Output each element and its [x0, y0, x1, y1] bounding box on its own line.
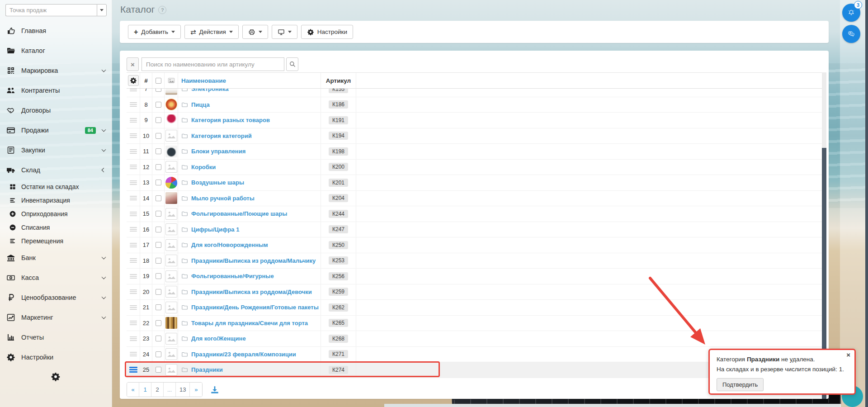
page-scrollbar[interactable]: [865, 0, 868, 407]
category-link[interactable]: Праздники/Выписка из роддома/Мальчику: [191, 257, 316, 264]
category-link[interactable]: Праздники/День Рождения/Готовые пакеты: [191, 304, 319, 311]
drag-handle-icon[interactable]: [130, 165, 137, 169]
page-button[interactable]: «: [127, 383, 139, 397]
sidebar-item-каталог[interactable]: Каталог: [0, 41, 112, 61]
sidebar-item-маркетинг[interactable]: Маркетинг: [0, 308, 112, 327]
category-link[interactable]: Праздники/23 февраля/Композиции: [191, 351, 296, 358]
row-checkbox[interactable]: [156, 102, 161, 108]
row-checkbox[interactable]: [156, 117, 161, 123]
table-row[interactable]: 17 Для кого/Новорожденным К250: [127, 237, 822, 253]
sidebar-item-инвентаризация[interactable]: Инвентаризация: [0, 194, 112, 207]
drag-handle-icon[interactable]: [130, 305, 137, 310]
category-link[interactable]: Праздники/Выписка из роддома/Девочки: [191, 289, 312, 295]
page-button[interactable]: 1: [139, 383, 151, 397]
category-link[interactable]: Воздушные шары: [191, 179, 244, 186]
row-checkbox[interactable]: [156, 289, 161, 295]
table-row[interactable]: 19 Фольгированные/Фигурные К256: [127, 269, 822, 284]
close-icon[interactable]: ×: [846, 351, 850, 359]
category-link[interactable]: Для кого/Новорожденным: [191, 241, 268, 248]
sidebar-item-склад[interactable]: Склад: [0, 160, 112, 180]
drag-handle-icon[interactable]: [130, 321, 137, 325]
row-checkbox[interactable]: [156, 242, 161, 248]
table-row[interactable]: 18 Праздники/Выписка из роддома/Мальчику…: [127, 253, 822, 269]
table-row[interactable]: 22 Товары для праздника/Свечи для торта …: [127, 316, 822, 331]
settings-button[interactable]: Настройки: [301, 25, 353, 39]
drag-handle-icon[interactable]: [130, 149, 137, 154]
table-row[interactable]: 23 Для кого/Женщине К268: [127, 331, 822, 347]
drag-handle-icon[interactable]: [130, 274, 137, 279]
drag-handle-icon[interactable]: [129, 367, 137, 373]
sidebar-item-закупки[interactable]: Закупки: [0, 140, 112, 160]
category-link[interactable]: Категория разных товаров: [191, 117, 270, 123]
page-button[interactable]: ...: [164, 383, 176, 397]
row-checkbox[interactable]: [156, 148, 161, 154]
drag-handle-icon[interactable]: [130, 212, 137, 216]
table-row[interactable]: 15 Фольгированные/Поющие шары К244: [127, 206, 822, 222]
download-icon[interactable]: [210, 385, 220, 395]
table-row[interactable]: 12 Коробки К200: [127, 160, 822, 175]
row-checkbox[interactable]: [156, 258, 161, 264]
sidebar-item-оприходования[interactable]: Оприходования: [0, 207, 112, 221]
drag-handle-icon[interactable]: [130, 180, 137, 185]
select-all-checkbox[interactable]: [156, 78, 161, 84]
row-checkbox[interactable]: [156, 180, 161, 185]
drag-handle-icon[interactable]: [130, 196, 137, 200]
row-checkbox[interactable]: [156, 367, 161, 373]
column-settings-button[interactable]: [128, 75, 139, 86]
row-checkbox[interactable]: [156, 304, 161, 310]
sidebar-item-банк[interactable]: Банк: [0, 248, 112, 268]
search-input[interactable]: [142, 57, 284, 71]
row-checkbox[interactable]: [156, 227, 161, 232]
table-row[interactable]: 21 Праздники/День Рождения/Готовые пакет…: [127, 300, 822, 316]
category-link[interactable]: Блоки управления: [191, 148, 245, 155]
category-link[interactable]: Категория категорий: [191, 133, 252, 139]
drag-handle-icon[interactable]: [130, 102, 137, 107]
row-checkbox[interactable]: [156, 211, 161, 217]
drag-handle-icon[interactable]: [130, 336, 137, 341]
row-checkbox[interactable]: [156, 195, 161, 201]
column-name[interactable]: Наименование: [178, 73, 321, 88]
sidebar-item-продажи[interactable]: Продажи 84: [0, 120, 112, 140]
sidebar-item-договоры[interactable]: Договоры: [0, 100, 112, 120]
drag-handle-icon[interactable]: [130, 243, 137, 247]
category-link[interactable]: Для кого/Женщине: [191, 335, 246, 342]
table-row[interactable]: 14 Мыло ручной работы К204: [127, 191, 822, 207]
table-row[interactable]: 13 Воздушные шары К201: [127, 175, 822, 191]
drag-handle-icon[interactable]: [130, 258, 137, 263]
add-button[interactable]: + Добавить: [128, 25, 181, 39]
row-checkbox[interactable]: [156, 273, 161, 279]
sidebar-item-контрагенты[interactable]: Контрагенты: [0, 80, 112, 100]
table-row[interactable]: 16 Цифры/Цифра 1 К247: [127, 222, 822, 238]
sidebar-item-перемещения[interactable]: Перемещения: [0, 234, 112, 248]
sidebar-item-маркировка[interactable]: Маркировка: [0, 61, 112, 80]
row-checkbox[interactable]: [156, 164, 161, 170]
category-link[interactable]: Пицца: [191, 101, 210, 108]
sidebar-item-остатки-на-складах[interactable]: Остатки на складах: [0, 180, 112, 194]
pos-select-toggle[interactable]: [97, 4, 107, 16]
category-link[interactable]: Фольгированные/Поющие шары: [191, 210, 287, 217]
page-button[interactable]: 2: [151, 383, 164, 397]
sidebar-item-списания[interactable]: Списания: [0, 221, 112, 234]
category-link[interactable]: Цифры/Цифра 1: [191, 226, 239, 233]
sidebar-gear-button[interactable]: [51, 372, 61, 382]
page-button[interactable]: 13: [176, 383, 190, 397]
row-checkbox[interactable]: [156, 133, 161, 139]
search-button[interactable]: [286, 57, 298, 71]
row-checkbox[interactable]: [156, 320, 161, 326]
actions-button[interactable]: ⇄ Действия: [184, 25, 239, 39]
row-checkbox[interactable]: [156, 351, 161, 357]
sidebar-item-отчеты[interactable]: Отчеты: [0, 327, 112, 347]
sidebar-item-главная[interactable]: Главная: [0, 21, 112, 41]
clear-search-button[interactable]: ×: [127, 57, 139, 71]
print-button[interactable]: [242, 25, 268, 39]
category-link[interactable]: Коробки: [191, 164, 216, 170]
category-link[interactable]: Фольгированные/Фигурные: [191, 273, 274, 279]
drag-handle-icon[interactable]: [130, 227, 137, 232]
drag-handle-icon[interactable]: [130, 118, 137, 123]
sidebar-item-ценообразование[interactable]: Ценообразование: [0, 288, 112, 308]
sidebar-item-касса[interactable]: 1 Касса: [0, 268, 112, 288]
row-checkbox[interactable]: [156, 336, 161, 341]
sidebar-item-настройки[interactable]: Настройки: [0, 347, 112, 367]
category-link[interactable]: Праздники: [191, 366, 223, 373]
table-row[interactable]: 20 Праздники/Выписка из роддома/Девочки …: [127, 284, 822, 300]
